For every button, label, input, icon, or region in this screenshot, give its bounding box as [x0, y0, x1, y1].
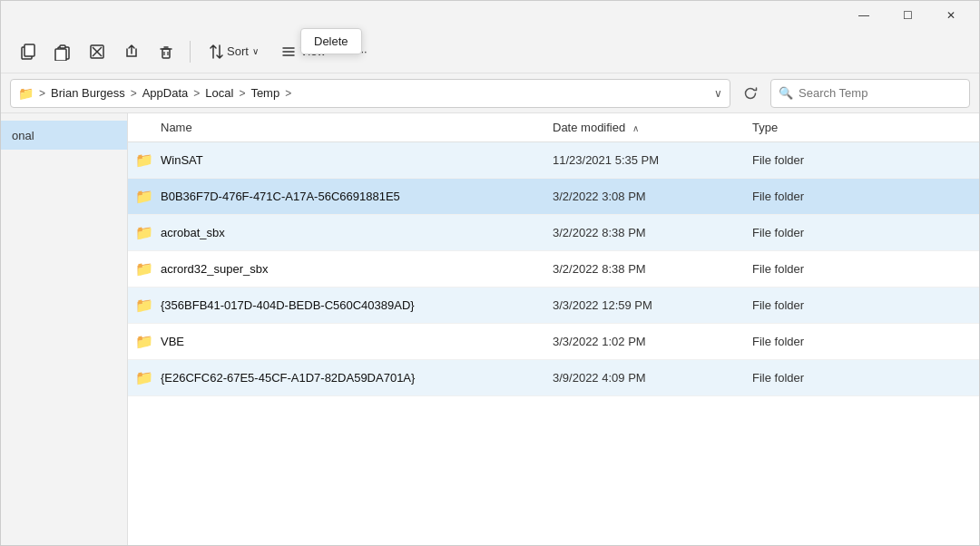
title-bar: — ☐ ✕ — [1, 1, 979, 30]
file-name-cell: 📁 acrord32_super_sbx — [135, 260, 553, 278]
path-sep-4: > — [283, 87, 293, 100]
path-segment-3: Temp — [250, 86, 279, 100]
file-date-cell: 3/2/2022 8:38 PM — [553, 226, 752, 239]
search-box[interactable]: 🔍 — [770, 79, 970, 108]
toolbar-group-left — [12, 35, 182, 68]
share-button[interactable] — [115, 35, 148, 68]
file-name: {E26CFC62-67E5-45CF-A1D7-82DA59DA701A} — [161, 371, 415, 385]
folder-icon: 📁 — [135, 297, 153, 314]
path-segment-0: Brian Burgess — [51, 86, 125, 100]
folder-icon: 📁 — [135, 151, 153, 169]
file-type-cell: File folder — [752, 262, 972, 276]
paste-icon — [54, 43, 72, 61]
file-date-cell: 3/2/2022 8:38 PM — [553, 262, 752, 276]
sidebar-item-label-0: onal — [12, 129, 34, 142]
file-name-cell: 📁 {E26CFC62-67E5-45CF-A1D7-82DA59DA701A} — [135, 369, 553, 386]
view-icon — [280, 44, 297, 60]
delete-tooltip: Delete — [300, 28, 362, 54]
sort-indicator-icon: ∧ — [632, 123, 639, 133]
folder-icon: 📁 — [135, 260, 153, 278]
sort-label: Sort — [227, 44, 249, 58]
file-date-cell: 11/23/2021 5:35 PM — [553, 153, 752, 167]
table-row[interactable]: 📁 VBE 3/3/2022 1:02 PM File folder — [128, 324, 979, 360]
table-row[interactable]: 📁 WinSAT 11/23/2021 5:35 PM File folder — [128, 142, 979, 179]
table-row[interactable]: 📁 acrobat_sbx 3/2/2022 8:38 PM File fold… — [128, 215, 979, 251]
file-name-cell: 📁 acrobat_sbx — [135, 224, 553, 241]
file-type-cell: File folder — [752, 226, 972, 239]
path-sep-0: > — [37, 87, 47, 100]
file-rows-container: 📁 WinSAT 11/23/2021 5:35 PM File folder … — [128, 142, 979, 396]
file-name-cell: 📁 B0B36F7D-476F-471C-A17A-56C6691881E5 — [135, 188, 553, 205]
copy-icon — [19, 43, 37, 61]
paste-button[interactable] — [46, 35, 79, 68]
sort-icon — [207, 44, 223, 60]
file-name-cell: 📁 {356BFB41-017D-404D-BEDB-C560C40389AD} — [135, 297, 553, 314]
sidebar-item-0[interactable]: onal — [1, 121, 127, 150]
minimize-button[interactable]: — — [843, 1, 885, 30]
path-sep-1: > — [129, 87, 139, 100]
cut-icon — [88, 43, 106, 61]
file-date-cell: 3/3/2022 12:59 PM — [553, 298, 752, 312]
toolbar: Delete — [1, 30, 979, 73]
folder-icon: 📁 — [135, 224, 153, 241]
column-date-label: Date modified — [553, 121, 625, 134]
column-type: Type — [752, 121, 972, 134]
sort-chevron-icon: ∨ — [252, 46, 259, 56]
column-type-label: Type — [752, 121, 778, 134]
search-icon: 🔍 — [779, 86, 793, 100]
address-path[interactable]: 📁 > Brian Burgess > AppData > Local > Te… — [10, 79, 730, 108]
svg-rect-3 — [60, 45, 65, 48]
svg-rect-1 — [24, 44, 34, 56]
file-type-cell: File folder — [752, 190, 972, 203]
table-row[interactable]: 📁 B0B36F7D-476F-471C-A17A-56C6691881E5 3… — [128, 179, 979, 215]
file-date-cell: 3/2/2022 3:08 PM — [553, 190, 752, 203]
file-name: VBE — [161, 335, 184, 348]
delete-button[interactable] — [150, 35, 182, 68]
file-name: acrobat_sbx — [161, 226, 225, 239]
column-name: Name — [135, 121, 553, 134]
file-type-cell: File folder — [752, 298, 972, 312]
file-name: B0B36F7D-476F-471C-A17A-56C6691881E5 — [161, 190, 400, 203]
file-name: acrord32_super_sbx — [161, 262, 269, 276]
toolbar-separator-1 — [190, 41, 191, 63]
column-date: Date modified ∧ — [553, 121, 752, 134]
maximize-button[interactable]: ☐ — [887, 1, 928, 30]
path-sep-2: > — [191, 87, 201, 100]
address-bar: 📁 > Brian Burgess > AppData > Local > Te… — [1, 73, 979, 113]
search-input[interactable] — [799, 86, 962, 100]
copy-path-button[interactable] — [12, 35, 44, 68]
folder-icon: 📁 — [135, 188, 153, 205]
table-row[interactable]: 📁 {E26CFC62-67E5-45CF-A1D7-82DA59DA701A}… — [128, 360, 979, 396]
file-type-cell: File folder — [752, 371, 972, 385]
file-date-cell: 3/3/2022 1:02 PM — [553, 335, 752, 348]
share-icon — [122, 43, 141, 61]
file-list-header: Name Date modified ∧ Type — [128, 113, 979, 142]
file-type-cell: File folder — [752, 153, 972, 167]
file-list: Name Date modified ∧ Type 📁 WinSAT 11/23… — [128, 113, 979, 546]
close-button[interactable]: ✕ — [930, 1, 972, 30]
svg-rect-8 — [162, 49, 170, 58]
path-folder-icon: 📁 — [18, 86, 34, 101]
address-chevron-icon[interactable]: ∨ — [714, 87, 722, 100]
table-row[interactable]: 📁 {356BFB41-017D-404D-BEDB-C560C40389AD}… — [128, 288, 979, 324]
delete-icon — [157, 43, 175, 61]
file-name: {356BFB41-017D-404D-BEDB-C560C40389AD} — [161, 298, 415, 312]
main-layout: onal Name Date modified ∧ Type 📁 WinSAT … — [1, 113, 979, 546]
sidebar: onal — [1, 113, 128, 546]
sort-button[interactable]: Sort ∨ — [198, 35, 268, 68]
column-name-label: Name — [161, 121, 192, 134]
path-segment-2: Local — [205, 86, 233, 100]
refresh-icon — [743, 86, 758, 101]
path-sep-3: > — [237, 87, 247, 100]
folder-icon: 📁 — [135, 369, 153, 386]
file-name: WinSAT — [161, 153, 203, 167]
cut-button[interactable] — [81, 35, 113, 68]
svg-rect-4 — [55, 49, 66, 61]
file-type-cell: File folder — [752, 335, 972, 348]
folder-icon: 📁 — [135, 333, 153, 350]
path-segment-1: AppData — [142, 86, 189, 100]
refresh-button[interactable] — [736, 79, 765, 108]
table-row[interactable]: 📁 acrord32_super_sbx 3/2/2022 8:38 PM Fi… — [128, 251, 979, 288]
file-name-cell: 📁 VBE — [135, 333, 553, 350]
file-name-cell: 📁 WinSAT — [135, 151, 553, 169]
